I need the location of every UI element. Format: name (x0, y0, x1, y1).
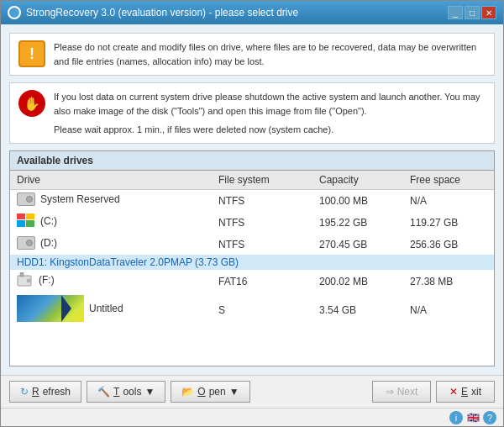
drive-name: (F:) (10, 270, 212, 293)
exit-button[interactable]: ✕ Exit (436, 381, 495, 403)
windows-drive-icon (17, 214, 35, 229)
drive-filesystem: NTFS (212, 190, 312, 212)
drive-capacity: 3.54 GB (312, 293, 403, 327)
open-label: O (197, 386, 205, 398)
hdd-icon (17, 192, 35, 206)
drives-table: Drive File system Capacity Free space Sy… (10, 171, 494, 327)
drives-section-header: Available drives (10, 151, 494, 171)
status-bar: i 🇬🇧 ? (1, 408, 503, 426)
info-content: If you lost data on current system drive… (54, 90, 486, 136)
table-row[interactable]: (F:) FAT16 200.02 MB 27.38 MB (10, 270, 494, 293)
drive-icon-cell: (C:) (17, 214, 57, 229)
svg-rect-1 (26, 220, 34, 227)
drive-icon-cell: (D:) (17, 236, 57, 250)
svg-rect-0 (17, 220, 25, 227)
content-area: ! Please do not create and modify files … (1, 24, 503, 375)
table-row[interactable]: (C:) NTFS 195.22 GB 119.27 GB (10, 211, 494, 234)
thumbnail (17, 295, 84, 322)
exit-label-rest: xit (471, 386, 481, 398)
open-button[interactable]: 📂 Open ▼ (171, 381, 249, 403)
drive-capacity: 100.00 MB (312, 190, 403, 212)
drive-capacity: 195.22 GB (312, 211, 403, 234)
drive-capacity: 200.02 MB (312, 270, 403, 293)
drive-filesystem: FAT16 (212, 270, 312, 293)
refresh-button[interactable]: ↻ Refresh (9, 381, 81, 403)
window-title: StrongRecovery 3.0 (evaluation version) … (26, 7, 298, 18)
drives-section: Available drives Drive File system Capac… (9, 150, 495, 366)
svg-rect-2 (17, 214, 25, 219)
drive-free: 119.27 GB (403, 211, 494, 234)
warning-box: ! Please do not create and modify files … (9, 33, 495, 76)
main-window: StrongRecovery 3.0 (evaluation version) … (0, 0, 504, 427)
drive-group-separator: HDD1: KingstonDataTraveler 2.0PMAP (3.73… (10, 255, 494, 270)
svg-rect-3 (26, 214, 34, 219)
drives-table-container[interactable]: Drive File system Capacity Free space Sy… (10, 171, 494, 366)
drive-capacity: 270.45 GB (312, 234, 403, 255)
drive-filesystem: S (212, 293, 312, 327)
warning-icon: ! (18, 40, 45, 67)
title-bar: StrongRecovery 3.0 (evaluation version) … (1, 1, 503, 24)
table-row[interactable]: Untitled S 3.54 GB N/A (10, 293, 494, 327)
title-controls: _ □ ✕ (448, 6, 496, 19)
refresh-icon: ↻ (20, 386, 29, 398)
close-button[interactable]: ✕ (481, 6, 496, 19)
exit-label: E (461, 386, 468, 398)
col-drive: Drive (10, 171, 212, 190)
thumbnail-img (17, 295, 84, 322)
warning-text: Please do not create and modify files on… (54, 40, 486, 68)
drive-name: Untitled (10, 293, 212, 327)
drive-filesystem: NTFS (212, 234, 312, 255)
drive-free: N/A (403, 190, 494, 212)
help-status-icon[interactable]: ? (483, 411, 496, 424)
next-icon: ⇒ (386, 386, 394, 398)
open-icon: 📂 (181, 386, 194, 398)
maximize-button[interactable]: □ (465, 6, 480, 19)
drive-free: 27.38 MB (403, 270, 494, 293)
tools-button[interactable]: 🔨 Tools ▼ (87, 381, 165, 403)
col-free: Free space (403, 171, 494, 190)
hdd-icon (17, 236, 35, 250)
table-header-row: Drive File system Capacity Free space (10, 171, 494, 190)
drive-free: N/A (403, 293, 494, 327)
next-button[interactable]: ⇒ Next (372, 381, 431, 403)
minimize-button[interactable]: _ (448, 6, 463, 19)
drive-icon-cell: System Reserved (17, 192, 120, 206)
svg-point-6 (27, 279, 30, 282)
wait-text: Please wait approx. 1 min., if files wer… (54, 123, 486, 136)
tools-icon: 🔨 (97, 386, 110, 398)
stop-icon: ✋ (18, 90, 45, 117)
title-bar-left: StrongRecovery 3.0 (evaluation version) … (8, 6, 298, 19)
app-icon (8, 6, 21, 19)
info-box: ✋ If you lost data on current system dri… (9, 82, 495, 144)
info-status-icon[interactable]: i (449, 411, 463, 424)
drive-name: (D:) (10, 234, 212, 255)
drive-icon-cell: Untitled (17, 295, 123, 322)
drive-separator-row: HDD1: KingstonDataTraveler 2.0PMAP (3.73… (10, 255, 494, 270)
col-capacity: Capacity (312, 171, 403, 190)
refresh-label-rest: efresh (43, 386, 71, 398)
flag-status-icon[interactable]: 🇬🇧 (466, 411, 480, 424)
table-row[interactable]: System Reserved NTFS 100.00 MB N/A (10, 190, 494, 212)
tools-label-rest: ools (123, 386, 141, 398)
refresh-label: R (32, 386, 39, 398)
info-text: If you lost data on current system drive… (54, 90, 486, 118)
drive-icon-cell: (F:) (17, 272, 55, 287)
col-filesystem: File system (212, 171, 312, 190)
drive-free: 256.36 GB (403, 234, 494, 255)
exit-icon: ✕ (449, 386, 458, 398)
open-dropdown-arrow: ▼ (229, 386, 239, 398)
drive-filesystem: NTFS (212, 211, 312, 234)
tools-dropdown-arrow: ▼ (144, 386, 155, 398)
drive-name: System Reserved (10, 190, 212, 212)
svg-rect-5 (20, 272, 24, 277)
table-row[interactable]: (D:) NTFS 270.45 GB 256.36 GB (10, 234, 494, 255)
drive-name: (C:) (10, 211, 212, 234)
usb-drive-icon (17, 272, 34, 287)
open-label-rest: pen (209, 386, 226, 398)
next-label: Next (397, 386, 418, 398)
footer-toolbar: ↻ Refresh 🔨 Tools ▼ 📂 Open ▼ ⇒ Next ✕ Ex… (1, 375, 503, 408)
tools-label: T (113, 386, 119, 398)
